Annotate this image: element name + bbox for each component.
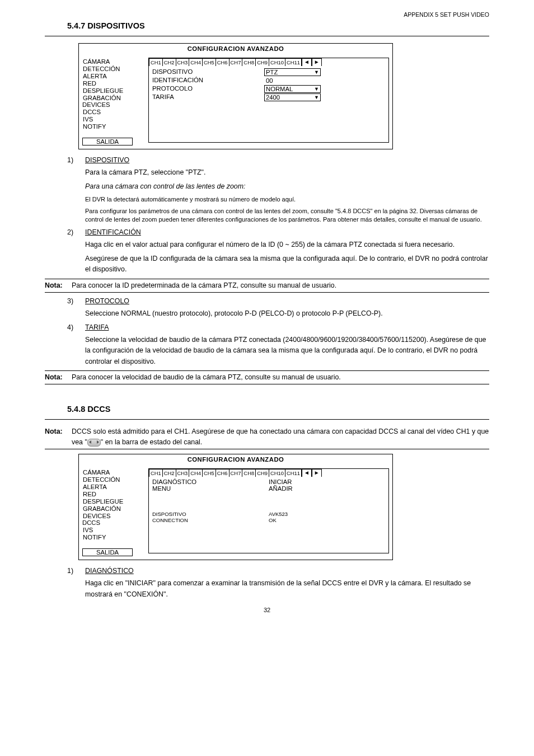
tab2-ch2[interactable]: CH2 (162, 469, 176, 477)
nota-rule (45, 279, 489, 279)
tab-ch2[interactable]: CH2 (162, 58, 176, 66)
tab-ch11[interactable]: CH11 (285, 58, 302, 66)
list2-label-diagnostico: DIAGNÓSTICO (85, 567, 134, 575)
dropdown-arrow-icon: ▼ (314, 95, 319, 100)
list-num-2: 2) (67, 228, 85, 236)
nav-deteccion[interactable]: DETECCIÓN (82, 65, 148, 72)
nota-text-3: DCCS solo está admitido para el CH1. Ase… (72, 426, 489, 448)
config-title-2: CONFIGURACION AVANZADO (79, 454, 392, 468)
nav2-alerta[interactable]: ALERTA (82, 483, 148, 490)
tab-ch5[interactable]: CH5 (202, 58, 216, 66)
dccs-avk523-value: AVK523 (269, 511, 385, 517)
tab-ch10[interactable]: CH10 (269, 58, 285, 66)
nota-label-1: Nota: (45, 280, 72, 291)
nav-red[interactable]: RED (82, 79, 148, 87)
section-title-548: 5.4.8 DCCS (67, 405, 489, 414)
nav-despliegue[interactable]: DESPLIEGUE (82, 87, 148, 94)
tab-ch7[interactable]: CH7 (229, 58, 243, 66)
tab-prev[interactable]: ◄ (302, 58, 312, 66)
row-protocolo-label: PROTOCOLO (152, 85, 264, 93)
row-protocolo-value[interactable]: NORMAL▼ (264, 85, 321, 93)
nav2-deteccion[interactable]: DETECCIÓN (82, 476, 148, 483)
tab-next[interactable]: ► (312, 58, 322, 66)
nav2-dccs-selected[interactable]: DCCS (82, 519, 100, 526)
nav-dccs[interactable]: DCCS (82, 108, 148, 115)
nota-label-3: Nota: (45, 426, 72, 448)
row-dispositivo-label: DISPOSITIVO (152, 68, 264, 76)
nav-ivs[interactable]: IVS (82, 115, 148, 123)
tab-ch4[interactable]: CH4 (189, 58, 203, 66)
section-rule (45, 419, 489, 420)
nav-alerta[interactable]: ALERTA (82, 72, 148, 79)
tab2-next[interactable]: ► (312, 469, 322, 477)
nav-notify[interactable]: NOTIFY (82, 123, 148, 130)
para-1-2: Para una cámara con control de las lente… (85, 181, 489, 192)
tab2-ch10[interactable]: CH10 (269, 469, 285, 477)
para2-1-1: Haga clic en "INICIAR" para comenzar a e… (85, 578, 489, 599)
tab2-ch1[interactable]: CH1 (149, 469, 163, 477)
nav2-red[interactable]: RED (82, 490, 148, 497)
tab2-ch7[interactable]: CH7 (229, 469, 243, 477)
appendix-header: APPENDIX 5 SET PUSH VIDEO (45, 11, 489, 18)
list-num-3: 3) (67, 297, 85, 305)
list-label-protocolo: PROTOCOLO (85, 297, 129, 305)
config-box-devices: CONFIGURACION AVANZADO CÁMARA DETECCIÓN … (78, 43, 393, 149)
nav2-notify[interactable]: NOTIFY (82, 533, 148, 541)
config-nav-left-2: CÁMARA DETECCIÓN ALERTA RED DESPLIEGUE G… (82, 468, 148, 556)
tab-ch9[interactable]: CH9 (255, 58, 269, 66)
nav2-devices[interactable]: DEVICES (82, 512, 148, 519)
nav2-grabacion[interactable]: GRABACIÓN (82, 505, 148, 512)
para-4-1: Seleccione la velocidad de baudio de la … (85, 335, 489, 367)
nota-rule (45, 384, 489, 384)
list-label-tarifa: TARIFA (85, 323, 109, 331)
tab-ch6[interactable]: CH6 (216, 58, 229, 66)
tab2-ch3[interactable]: CH3 (176, 469, 190, 477)
nota-text-2: Para conocer la velocidad de baudio de l… (72, 372, 489, 383)
tab2-prev[interactable]: ◄ (302, 469, 312, 477)
para-2-1: Haga clic en el valor actual para config… (85, 240, 489, 250)
dccs-ok-value: OK (269, 517, 385, 523)
tab2-ch8[interactable]: CH8 (242, 469, 256, 477)
tab2-ch4[interactable]: CH4 (189, 469, 203, 477)
row-dispositivo-value[interactable]: PTZ▼ (264, 68, 321, 76)
nav-grabacion[interactable]: GRABACIÓN (82, 94, 148, 101)
nav-devices-selected[interactable]: DEVICES (82, 101, 110, 108)
nota-label-2: Nota: (45, 372, 72, 383)
list-label-identificacion: IDENTIFICACIÓN (85, 228, 141, 236)
nav2-camara[interactable]: CÁMARA (82, 468, 148, 476)
para-3-1: Seleccione NORMAL (nuestro protocolo), p… (85, 308, 489, 319)
tab2-ch9[interactable]: CH9 (255, 469, 269, 477)
tab2-ch11[interactable]: CH11 (285, 469, 302, 477)
row-identificacion-value[interactable]: 00 (264, 77, 321, 84)
tab2-ch5[interactable]: CH5 (202, 469, 216, 477)
tab2-ch6[interactable]: CH6 (216, 469, 229, 477)
channel-tabs-2: CH1 CH2 CH3 CH4 CH5 CH6 CH7 CH8 CH9 CH10… (149, 469, 388, 477)
salida-button-2[interactable]: SALIDA (82, 548, 133, 556)
dccs-diagnostico-label: DIAGNÓSTICO (152, 478, 269, 485)
dccs-status-icon (87, 439, 101, 447)
salida-button[interactable]: SALIDA (82, 138, 133, 145)
nav2-ivs[interactable]: IVS (82, 526, 148, 533)
nota-rule (45, 449, 489, 449)
page-number: 32 (45, 607, 489, 613)
nav2-despliegue[interactable]: DESPLIEGUE (82, 497, 148, 505)
tab-ch3[interactable]: CH3 (176, 58, 190, 66)
para-1-3: El DVR la detectará automáticamente y mo… (85, 195, 489, 204)
dccs-anadir-value[interactable]: AÑADIR (269, 485, 385, 492)
row-tarifa-value[interactable]: 2400▼ (264, 93, 321, 101)
tab-ch8[interactable]: CH8 (242, 58, 256, 66)
config-box-dccs: CONFIGURACION AVANZADO CÁMARA DETECCIÓN … (78, 454, 393, 560)
dropdown-arrow-icon: ▼ (314, 69, 319, 75)
config-nav-left: CÁMARA DETECCIÓN ALERTA RED DESPLIEGUE G… (82, 58, 148, 145)
list-num-1: 1) (67, 156, 85, 164)
config-panel: CH1 CH2 CH3 CH4 CH5 CH6 CH7 CH8 CH9 CH10… (148, 58, 389, 143)
channel-tabs: CH1 CH2 CH3 CH4 CH5 CH6 CH7 CH8 CH9 CH10… (149, 58, 388, 66)
dccs-iniciar-value[interactable]: INICIAR (269, 478, 385, 485)
nota-rule (45, 370, 489, 371)
list2-num-1: 1) (67, 567, 85, 575)
dropdown-arrow-icon: ▼ (314, 86, 319, 92)
section-rule (45, 36, 489, 36)
tab-ch1[interactable]: CH1 (149, 58, 163, 66)
nav-camara[interactable]: CÁMARA (82, 58, 148, 65)
dccs-connection-label: CONNECTION (152, 517, 269, 523)
